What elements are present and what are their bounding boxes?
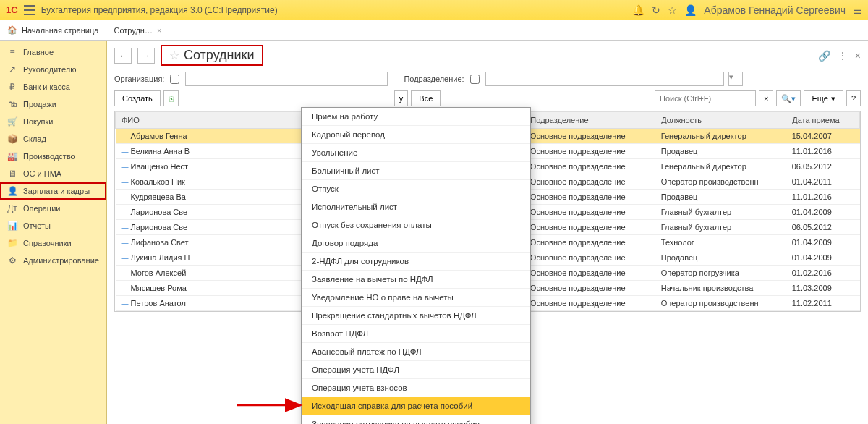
dept-label: Подразделение: xyxy=(404,75,464,83)
create-button[interactable]: Создать xyxy=(114,90,161,106)
menu-icon[interactable] xyxy=(24,5,35,15)
titlebar: 1C Бухгалтерия предприятия, редакция 3.0… xyxy=(0,0,868,20)
sidebar-item[interactable]: ↗Руководителю xyxy=(0,61,106,78)
home-icon: 🏠 xyxy=(7,25,17,35)
sidebar-label: Отчеты xyxy=(23,221,51,230)
sidebar-icon: 🏭 xyxy=(7,151,17,161)
row-marker-icon: — xyxy=(122,178,129,186)
help-button[interactable]: ? xyxy=(846,90,861,106)
dropdown-item[interactable]: Возврат НДФЛ xyxy=(302,325,530,343)
close-icon[interactable]: × xyxy=(157,26,161,35)
page-title: Сотрудники xyxy=(184,48,255,63)
sidebar-icon: 📊 xyxy=(7,221,17,231)
kebab-icon[interactable]: ⋮ xyxy=(838,50,848,62)
user-icon[interactable]: 👤 xyxy=(684,4,697,16)
back-button[interactable]: ← xyxy=(114,48,132,64)
row-marker-icon: — xyxy=(122,284,129,292)
copy-button[interactable]: ⎘ xyxy=(163,90,179,106)
titlebar-actions: 🔔 ↻ ☆ 👤 Абрамов Геннадий Сергеевич ⚌ xyxy=(632,4,862,16)
row-marker-icon: — xyxy=(122,208,129,216)
favorite-star-icon[interactable]: ☆ xyxy=(169,48,179,62)
sidebar-icon: 📦 xyxy=(7,134,17,144)
column-header[interactable]: Должность xyxy=(655,112,786,129)
row-marker-icon: — xyxy=(122,224,129,232)
row-marker-icon: — xyxy=(122,132,129,140)
dropdown-item[interactable]: Операция учета взносов xyxy=(302,379,530,397)
sidebar-item[interactable]: ≡Главное xyxy=(0,43,106,61)
app-title: Бухгалтерия предприятия, редакция 3.0 (1… xyxy=(41,5,627,15)
filter-row: Организация: Подразделение: ▾ xyxy=(114,72,861,86)
dropdown-item[interactable]: 2-НДФЛ для сотрудников xyxy=(302,253,530,271)
star-icon[interactable]: ☆ xyxy=(668,4,677,16)
sidebar-item[interactable]: 🛒Покупки xyxy=(0,113,106,130)
dropdown-item[interactable]: Исполнительный лист xyxy=(302,198,530,216)
dropdown-item[interactable]: Кадровый перевод xyxy=(302,126,530,144)
org-checkbox[interactable] xyxy=(170,75,179,84)
dropdown-item[interactable]: Договор подряда xyxy=(302,234,530,253)
dropdown-item[interactable]: Больничный лист xyxy=(302,162,530,180)
forward-button[interactable]: → xyxy=(137,48,155,64)
dropdown-item[interactable]: Отпуск xyxy=(302,180,530,198)
sidebar-icon: 🛒 xyxy=(7,116,17,127)
sidebar-item[interactable]: 👤Зарплата и кадры xyxy=(0,182,106,200)
link-icon[interactable]: 🔗 xyxy=(818,50,830,62)
username: Абрамов Геннадий Сергеевич xyxy=(704,4,846,16)
sidebar: ≡Главное↗Руководителю₽Банк и касса🛍Прода… xyxy=(0,41,107,424)
row-marker-icon: — xyxy=(122,148,129,156)
sidebar-item[interactable]: ₽Банк и касса xyxy=(0,78,106,96)
sidebar-label: Руководителю xyxy=(23,65,76,74)
dept-checkbox[interactable] xyxy=(470,75,480,84)
search-input[interactable] xyxy=(655,90,756,106)
sidebar-item[interactable]: 📦Склад xyxy=(0,130,106,148)
dropdown-item[interactable]: Отпуск без сохранения оплаты xyxy=(302,216,530,234)
sidebar-label: ОС и НМА xyxy=(23,169,61,178)
sidebar-icon: ≡ xyxy=(7,47,17,57)
column-header[interactable]: Дата приема xyxy=(786,112,860,129)
column-header[interactable]: Подразделение xyxy=(524,112,655,129)
sidebar-item[interactable]: ДтОперации xyxy=(0,200,106,217)
sidebar-icon: 🛍 xyxy=(7,99,17,109)
content-header: ← → ☆ Сотрудники 🔗 ⋮ × xyxy=(114,45,861,66)
sidebar-item[interactable]: ⚙Администрирование xyxy=(0,252,106,269)
dropdown-item[interactable]: Заявление сотрудника на выплату пособия xyxy=(302,415,530,424)
dropdown-item[interactable]: Увольнение xyxy=(302,144,530,162)
tab-home[interactable]: 🏠 Начальная страница xyxy=(0,20,106,40)
history-icon[interactable]: ↻ xyxy=(652,4,660,16)
search-go-button[interactable]: 🔍▾ xyxy=(776,90,801,106)
dept-select-dropdown[interactable]: ▾ xyxy=(728,72,743,86)
sidebar-item[interactable]: 🖥ОС и НМА xyxy=(0,165,106,182)
sidebar-item[interactable]: 🛍Продажи xyxy=(0,96,106,113)
tab-label: Начальная страница xyxy=(22,26,98,35)
create-dropdown: Прием на работуКадровый переводУвольнени… xyxy=(301,107,531,424)
close-panel-icon[interactable]: × xyxy=(855,50,861,62)
search-clear-button[interactable]: × xyxy=(759,90,773,106)
org-select[interactable] xyxy=(185,72,388,86)
dept-select[interactable] xyxy=(485,72,724,86)
filter-y-button[interactable]: у xyxy=(394,90,409,106)
sidebar-item[interactable]: 🏭Производство xyxy=(0,148,106,165)
sidebar-item[interactable]: 📊Отчеты xyxy=(0,217,106,234)
sidebar-label: Справочники xyxy=(23,239,72,247)
all-button[interactable]: Все xyxy=(411,90,441,106)
sidebar-icon: 👤 xyxy=(7,186,17,196)
dropdown-item[interactable]: Операция учета НДФЛ xyxy=(302,361,530,379)
sidebar-label: Производство xyxy=(23,152,75,161)
dropdown-item[interactable]: Исходящая справка для расчета пособий xyxy=(302,397,530,415)
sidebar-label: Банк и касса xyxy=(23,82,70,91)
dropdown-item[interactable]: Уведомление НО о праве на вычеты xyxy=(302,289,530,307)
sidebar-label: Администрирование xyxy=(23,256,99,265)
dropdown-item[interactable]: Заявление на вычеты по НДФЛ xyxy=(302,271,530,289)
row-marker-icon: — xyxy=(122,163,129,171)
bell-icon[interactable]: 🔔 xyxy=(632,4,644,16)
more-button[interactable]: Еще ▾ xyxy=(804,90,843,106)
content: ← → ☆ Сотрудники 🔗 ⋮ × Организация: Подр… xyxy=(107,41,868,424)
dropdown-item[interactable]: Прекращение стандартных вычетов НДФЛ xyxy=(302,307,530,325)
dropdown-item[interactable]: Авансовый платеж по НДФЛ xyxy=(302,343,530,361)
equals-icon[interactable]: ⚌ xyxy=(853,4,862,16)
sidebar-label: Зарплата и кадры xyxy=(23,187,90,195)
dropdown-item[interactable]: Прием на работу xyxy=(302,108,530,126)
tab-employees[interactable]: Сотрудн… × xyxy=(106,20,169,40)
row-marker-icon: — xyxy=(122,300,129,308)
sidebar-icon: 📁 xyxy=(7,238,17,248)
sidebar-item[interactable]: 📁Справочники xyxy=(0,234,106,252)
